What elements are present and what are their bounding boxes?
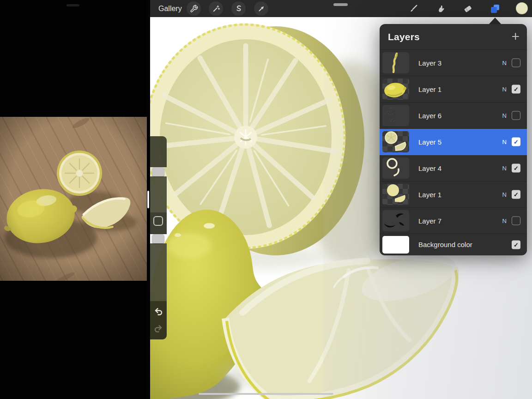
layer-thumbnail[interactable] [382,105,409,126]
eraser-icon [463,4,473,14]
layers-panel: Layers + Layer 3 N Layer 1 N ✓ Layer 6 N… [380,24,527,255]
procreate-screen: Gallery [0,0,532,399]
visibility-checkbox[interactable] [512,217,520,225]
popover-arrow [489,18,501,24]
erase-tool-button[interactable] [460,0,476,17]
layers-icon [490,3,501,14]
redo-icon [153,324,163,334]
layers-panel-header: Layers + [380,24,527,50]
layer-name: Layer 1 [418,85,441,93]
divider-drag-handle[interactable] [147,191,149,208]
opacity-handle[interactable] [152,234,164,243]
transform-arrow-icon [257,5,266,13]
layer-row[interactable]: Layer 6 N [380,103,527,129]
blend-mode-button[interactable]: N [502,60,507,66]
selection-button[interactable] [231,1,246,16]
layer-row[interactable]: Layer 7 N [380,208,527,234]
sidebar-controls [150,136,167,339]
opacity-slider-fill[interactable] [150,243,167,301]
layers-button[interactable] [487,0,503,17]
color-button[interactable] [516,2,528,14]
blend-mode-button[interactable]: N [502,165,507,172]
layer-thumbnail[interactable] [382,131,409,152]
layer-row[interactable]: Layer 4 N ✓ [380,155,527,181]
layer-name: Background color [418,241,472,248]
left-app-drag-handle[interactable] [66,4,79,6]
layers-list: Layer 3 N Layer 1 N ✓ Layer 6 N Layer 5 … [380,50,527,255]
layer-row[interactable]: Layer 1 N ✓ [380,181,527,208]
brush-icon [408,4,418,14]
layer-thumbnail[interactable] [382,210,409,231]
paint-tool-button[interactable] [405,0,421,17]
layer-thumbnail[interactable] [382,184,409,205]
layer-row[interactable]: Layer 5 N ✓ [380,129,527,155]
blend-mode-button[interactable]: N [502,139,507,145]
home-indicator[interactable] [199,393,333,395]
visibility-checkbox[interactable]: ✓ [512,85,520,94]
layer-thumbnail[interactable] [382,79,409,100]
wrench-icon [190,5,198,13]
undo-button[interactable] [153,306,164,317]
layer-name: Layer 5 [418,138,441,146]
visibility-checkbox[interactable] [512,59,520,67]
modify-button[interactable] [153,216,163,226]
actions-button[interactable] [187,1,201,16]
gallery-button[interactable]: Gallery [158,0,182,17]
visibility-checkbox[interactable] [512,111,520,120]
blend-mode-button[interactable]: N [502,218,507,224]
add-layer-button[interactable]: + [511,29,520,44]
layer-name: Layer 4 [418,164,441,172]
blend-mode-button[interactable]: N [502,112,507,119]
layer-thumbnail[interactable] [382,236,409,254]
brush-size-slider-fill[interactable] [150,176,167,212]
blend-mode-button[interactable]: N [502,86,507,93]
layer-thumbnail[interactable] [382,52,409,73]
visibility-checkbox[interactable]: ✓ [512,164,520,173]
layer-row[interactable]: Background color ✓ [380,234,527,255]
transform-button[interactable] [254,1,268,16]
blend-mode-button[interactable]: N [502,191,507,198]
adjustments-button[interactable] [209,1,223,16]
layer-name: Layer 7 [418,217,441,225]
layer-name: Layer 3 [418,59,441,67]
reference-photo-lemons [0,117,147,281]
layer-row[interactable]: Layer 3 N [380,50,527,76]
smudge-tool-button[interactable] [433,0,449,17]
visibility-checkbox[interactable]: ✓ [512,240,520,249]
selection-icon [235,5,243,13]
top-toolbar: Gallery [150,0,532,17]
canvas-window-drag-handle[interactable] [333,3,348,6]
redo-button[interactable] [153,323,164,334]
visibility-checkbox[interactable]: ✓ [512,138,520,146]
visibility-checkbox[interactable]: ✓ [512,190,520,199]
layer-row[interactable]: Layer 1 N ✓ [380,76,527,103]
layer-thumbnail[interactable] [382,157,409,179]
brush-size-slider[interactable] [150,136,167,167]
smudge-icon [436,4,446,14]
undo-icon [153,307,163,317]
reference-app-panel [0,0,147,399]
panel-title: Layers [388,31,420,42]
magic-wand-icon [212,5,220,13]
layer-name: Layer 1 [418,191,441,199]
layer-name: Layer 6 [418,112,441,120]
brush-size-handle[interactable] [152,167,164,176]
